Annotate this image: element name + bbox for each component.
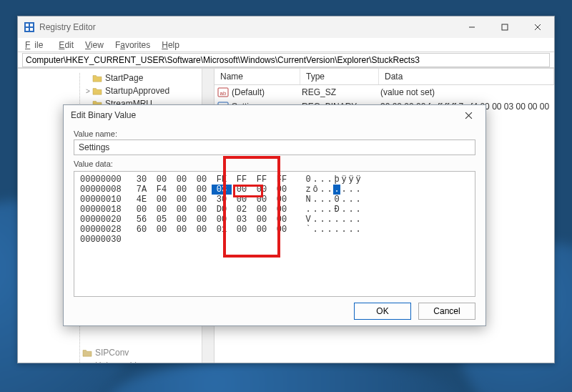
value-row[interactable]: ab(Default)REG_SZ(value not set) xyxy=(214,85,554,99)
hex-ascii[interactable]: . xyxy=(355,185,362,195)
hex-byte[interactable]: FE xyxy=(212,175,232,185)
hex-row[interactable]: 000000087AF4000003000000zô...... xyxy=(80,185,469,195)
hex-byte[interactable]: 00 xyxy=(272,195,292,205)
hex-byte[interactable]: 00 xyxy=(212,215,232,225)
hex-row[interactable]: 0000001800000000D0020000....Ð... xyxy=(80,205,469,215)
hex-row[interactable]: 000000104E00000030000000N...0... xyxy=(80,195,469,205)
hex-ascii[interactable]: . xyxy=(319,175,326,185)
hex-ascii[interactable]: Ð xyxy=(333,205,340,215)
hex-ascii[interactable]: . xyxy=(340,215,347,225)
hex-ascii[interactable]: . xyxy=(319,215,326,225)
hex-ascii[interactable]: . xyxy=(319,195,326,205)
hex-ascii[interactable]: . xyxy=(326,175,333,185)
hex-ascii[interactable]: . xyxy=(340,185,347,195)
hex-ascii[interactable]: V xyxy=(305,215,312,225)
hex-byte[interactable]: 00 xyxy=(272,215,292,225)
ok-button[interactable]: OK xyxy=(354,303,411,320)
address-input[interactable] xyxy=(22,53,550,67)
hex-ascii[interactable]: . xyxy=(347,205,355,215)
hex-editor[interactable]: 0000000030000000FEFFFFFF0...þÿÿÿ00000008… xyxy=(74,171,475,297)
cancel-button[interactable]: Cancel xyxy=(418,303,475,320)
hex-byte[interactable]: FF xyxy=(272,175,292,185)
hex-byte[interactable]: FF xyxy=(252,175,272,185)
hex-ascii[interactable]: . xyxy=(355,225,362,235)
hex-ascii[interactable]: . xyxy=(312,175,319,185)
menu-favorites[interactable]: Favorites xyxy=(111,39,154,51)
hex-ascii[interactable]: . xyxy=(347,195,355,205)
hex-byte[interactable]: 00 xyxy=(192,225,212,235)
hex-ascii[interactable] xyxy=(340,235,347,245)
hex-byte[interactable]: 00 xyxy=(172,195,192,205)
hex-ascii[interactable]: . xyxy=(333,225,340,235)
hex-byte[interactable] xyxy=(232,235,252,245)
hex-ascii[interactable]: 0 xyxy=(333,195,340,205)
col-data[interactable]: Data xyxy=(379,69,554,84)
hex-byte[interactable]: 00 xyxy=(172,185,192,195)
hex-ascii[interactable]: . xyxy=(319,225,326,235)
value-name-field[interactable]: Settings xyxy=(74,139,475,155)
minimize-button[interactable] xyxy=(455,16,488,38)
hex-byte[interactable]: 00 xyxy=(232,195,252,205)
tree-item[interactable]: Holographic xyxy=(18,359,214,363)
hex-ascii[interactable]: . xyxy=(312,195,319,205)
hex-byte[interactable]: 00 xyxy=(252,195,272,205)
hex-row[interactable]: 000000205605000000030000V....... xyxy=(80,215,469,225)
menu-edit[interactable]: Edit xyxy=(54,39,78,51)
hex-byte[interactable]: 60 xyxy=(132,225,152,235)
hex-row[interactable]: 000000286000000001000000`....... xyxy=(80,225,469,235)
hex-byte[interactable]: 00 xyxy=(272,185,292,195)
hex-ascii[interactable]: . xyxy=(326,215,333,225)
hex-ascii[interactable]: . xyxy=(355,215,362,225)
hex-byte[interactable]: 00 xyxy=(252,225,272,235)
hex-byte[interactable]: 00 xyxy=(232,225,252,235)
hex-byte[interactable]: 00 xyxy=(152,175,172,185)
hex-ascii[interactable]: . xyxy=(305,205,312,215)
col-type[interactable]: Type xyxy=(300,69,379,84)
hex-ascii[interactable]: . xyxy=(355,205,362,215)
hex-ascii[interactable]: . xyxy=(347,185,355,195)
hex-byte[interactable] xyxy=(192,235,212,245)
hex-byte[interactable]: 56 xyxy=(132,215,152,225)
hex-byte[interactable]: 00 xyxy=(172,175,192,185)
hex-byte[interactable]: F4 xyxy=(152,185,172,195)
hex-ascii[interactable]: . xyxy=(326,185,333,195)
hex-byte[interactable]: 05 xyxy=(152,215,172,225)
hex-ascii[interactable]: . xyxy=(319,185,326,195)
hex-ascii[interactable]: . xyxy=(340,225,347,235)
hex-ascii[interactable]: z xyxy=(305,185,312,195)
tree-item[interactable]: SIPConv xyxy=(18,346,214,359)
hex-byte[interactable]: 00 xyxy=(192,205,212,215)
hex-ascii[interactable]: . xyxy=(326,195,333,205)
hex-byte[interactable]: FF xyxy=(232,175,252,185)
hex-ascii[interactable]: ô xyxy=(312,185,319,195)
hex-byte[interactable]: 7A xyxy=(132,185,152,195)
hex-ascii[interactable]: . xyxy=(355,195,362,205)
hex-ascii[interactable]: N xyxy=(305,195,312,205)
hex-ascii[interactable] xyxy=(305,235,312,245)
hex-ascii[interactable]: þ xyxy=(333,175,340,185)
hex-ascii[interactable]: . xyxy=(333,185,340,195)
hex-byte[interactable]: 01 xyxy=(212,225,232,235)
hex-byte[interactable]: 4E xyxy=(132,195,152,205)
hex-byte[interactable]: 00 xyxy=(172,215,192,225)
dialog-titlebar[interactable]: Edit Binary Value xyxy=(64,105,485,125)
hex-byte[interactable]: 00 xyxy=(172,225,192,235)
hex-byte[interactable]: 00 xyxy=(152,225,172,235)
hex-ascii[interactable]: . xyxy=(312,215,319,225)
hex-byte[interactable]: 03 xyxy=(212,185,232,195)
hex-byte[interactable]: 02 xyxy=(232,205,252,215)
hex-ascii[interactable]: . xyxy=(347,225,355,235)
hex-ascii[interactable]: . xyxy=(333,215,340,225)
hex-ascii[interactable] xyxy=(355,235,362,245)
hex-row[interactable]: 00000030 xyxy=(80,235,469,245)
hex-byte[interactable]: 30 xyxy=(132,175,152,185)
hex-ascii[interactable]: . xyxy=(326,225,333,235)
hex-byte[interactable]: D0 xyxy=(212,205,232,215)
hex-byte[interactable]: 00 xyxy=(272,225,292,235)
hex-ascii[interactable]: 0 xyxy=(305,175,312,185)
hex-ascii[interactable]: . xyxy=(340,195,347,205)
hex-byte[interactable] xyxy=(252,235,272,245)
hex-ascii[interactable] xyxy=(347,235,355,245)
close-button[interactable] xyxy=(521,16,554,38)
hex-byte[interactable] xyxy=(172,235,192,245)
